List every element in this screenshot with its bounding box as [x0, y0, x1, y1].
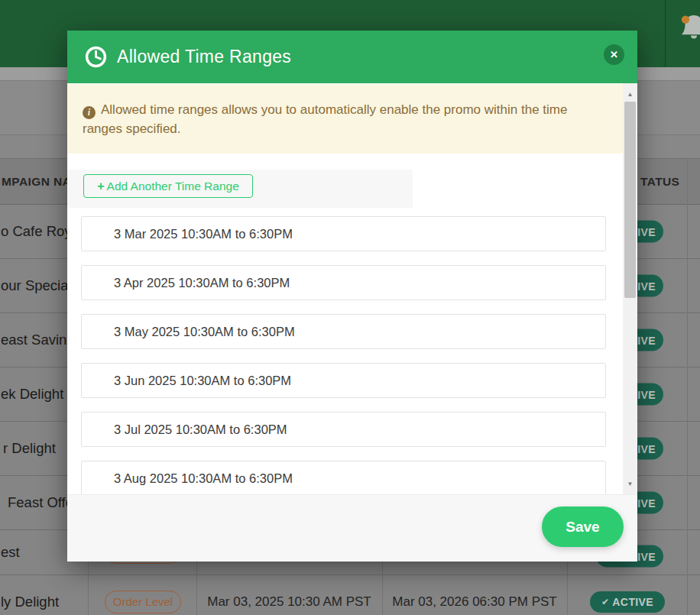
scrollbar-up-arrow[interactable]: ▲: [623, 87, 637, 101]
status-label: ACTIVE: [612, 596, 653, 608]
check-icon: ✔: [601, 597, 609, 607]
modal-title: Allowed Time Ranges: [117, 47, 291, 67]
info-icon: i: [83, 106, 96, 119]
modal-header: Allowed Time Ranges ✕: [67, 31, 637, 83]
add-time-range-button[interactable]: + Add Another Time Range: [83, 174, 253, 198]
modal-body: iAllowed time ranges allows you to autom…: [67, 83, 623, 494]
status-badge: ✔ACTIVE: [590, 591, 665, 613]
time-range-item[interactable]: 3 Aug 2025 10:30AM to 6:30PM: [81, 461, 606, 494]
plus-icon: +: [97, 180, 104, 193]
campaign-name: our Special: [1, 277, 72, 294]
table-row: ly DelightOrder LevelMar 03, 2025 10:30 …: [0, 575, 700, 615]
scrollbar-thumb[interactable]: [624, 102, 636, 298]
modal-scrollbar[interactable]: ▲ ▼: [623, 83, 637, 494]
campaign-name: ek Delight: [1, 386, 63, 403]
info-alert: iAllowed time ranges allows you to autom…: [67, 84, 623, 154]
notifications-bell-icon[interactable]: [679, 12, 700, 49]
campaign-name: ly Delight: [1, 594, 59, 610]
time-range-item[interactable]: 3 Jul 2025 10:30AM to 6:30PM: [81, 412, 606, 447]
end-date: Mar 03, 2026 06:30 PM PST: [382, 594, 567, 610]
clock-icon: [84, 45, 108, 69]
navbar-divider: [665, 0, 666, 67]
time-range-item[interactable]: 3 Jun 2025 10:30AM to 6:30PM: [81, 363, 606, 398]
column-header-status: TATUS: [640, 175, 679, 189]
campaign-name: r Delight: [3, 440, 56, 457]
scrollbar-down-arrow[interactable]: ▼: [623, 477, 637, 490]
time-range-item[interactable]: 3 Apr 2025 10:30AM to 6:30PM: [81, 265, 606, 300]
campaign-name: est: [1, 544, 20, 561]
time-range-item[interactable]: 3 May 2025 10:30AM to 6:30PM: [81, 314, 606, 349]
time-range-item[interactable]: 3 Mar 2025 10:30AM to 6:30PM: [81, 216, 606, 251]
promo-level-badge: Order Level: [105, 591, 181, 613]
info-alert-text: Allowed time ranges allows you to automa…: [83, 102, 567, 136]
table-column-divider: [687, 159, 688, 615]
close-button[interactable]: ✕: [604, 44, 624, 65]
save-button[interactable]: Save: [542, 507, 624, 547]
add-time-range-label: Add Another Time Range: [107, 180, 239, 193]
modal-footer: Save: [67, 494, 637, 562]
start-date: Mar 03, 2025 10:30 AM PST: [196, 594, 382, 610]
allowed-time-ranges-modal: Allowed Time Ranges ✕ iAllowed time rang…: [67, 31, 637, 562]
